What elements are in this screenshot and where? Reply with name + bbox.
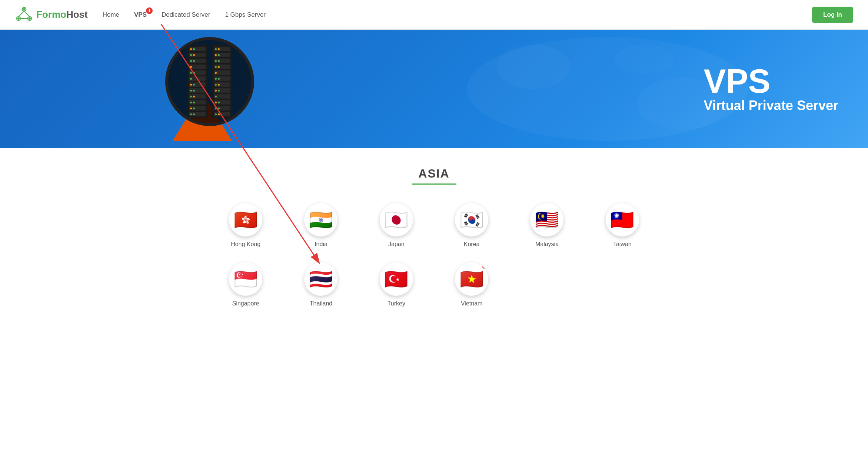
- country-grid: 🇭🇰 Hong Kong 🇮🇳 India 🇯🇵 Japan 🇰🇷 Korea …: [212, 203, 656, 307]
- country-name-taiwan: Taiwan: [613, 241, 632, 248]
- asia-section: ASIA 🇭🇰 Hong Kong 🇮🇳 India 🇯🇵 Japan 🇰🇷 K…: [0, 148, 868, 325]
- logo-text: FormoHost: [36, 9, 88, 20]
- login-button[interactable]: Log In: [812, 7, 853, 23]
- svg-line-3: [19, 11, 24, 17]
- nav-links: Home VPS 1 Dedicated Server 1 Gbps Serve…: [103, 11, 812, 19]
- nav-home[interactable]: Home: [103, 11, 119, 19]
- svg-point-10: [496, 44, 571, 89]
- country-malaysia[interactable]: 🇲🇾 Malaysia: [513, 203, 581, 248]
- svg-point-7: [17, 17, 20, 20]
- country-name-korea: Korea: [464, 241, 480, 248]
- server-rack: [187, 45, 232, 118]
- hero-text: VPS Virtual Private Server: [704, 64, 838, 113]
- hero-subtitle: Virtual Private Server: [704, 98, 838, 113]
- navbar: FormoHost Home VPS 1 Dedicated Server 1 …: [0, 0, 868, 30]
- country-thailand[interactable]: 🇹🇭 Thailand: [287, 262, 355, 307]
- country-vietnam[interactable]: 🇻🇳 2 Vietnam: [438, 262, 505, 307]
- country-korea[interactable]: 🇰🇷 Korea: [438, 203, 505, 248]
- country-singapore[interactable]: 🇸🇬 Singapore: [212, 262, 280, 307]
- flag-korea: 🇰🇷: [455, 203, 488, 236]
- vietnam-badge: 2: [482, 262, 488, 269]
- country-turkey[interactable]: 🇹🇷 Turkey: [362, 262, 430, 307]
- country-name-thailand: Thailand: [310, 300, 332, 307]
- logo[interactable]: FormoHost: [15, 6, 88, 24]
- country-india[interactable]: 🇮🇳 India: [287, 203, 355, 248]
- page-wrapper: FormoHost Home VPS 1 Dedicated Server 1 …: [0, 0, 868, 325]
- flag-turkey: 🇹🇷: [380, 262, 413, 296]
- section-underline: [412, 183, 456, 185]
- svg-point-12: [615, 44, 674, 74]
- svg-point-6: [23, 8, 25, 10]
- country-japan[interactable]: 🇯🇵 Japan: [362, 203, 430, 248]
- flag-thailand: 🇹🇭: [304, 262, 337, 296]
- country-taiwan[interactable]: 🇹🇼 Taiwan: [588, 203, 656, 248]
- flag-japan: 🇯🇵: [380, 203, 413, 236]
- magnifier-circle: [165, 37, 254, 126]
- country-name-vietnam: Vietnam: [461, 300, 482, 307]
- flag-india: 🇮🇳: [304, 203, 337, 236]
- flag-hong-kong: 🇭🇰: [229, 203, 262, 236]
- svg-line-4: [24, 11, 30, 17]
- section-title: ASIA: [30, 167, 838, 181]
- hero-server-area: [0, 30, 434, 148]
- country-name-japan: Japan: [388, 241, 405, 248]
- country-name-turkey: Turkey: [388, 300, 405, 307]
- svg-point-8: [29, 17, 31, 20]
- country-name-india: India: [315, 241, 327, 248]
- nav-1gbps-server[interactable]: 1 Gbps Server: [225, 11, 266, 19]
- logo-icon: [15, 6, 33, 24]
- hero-title: VPS: [704, 64, 838, 98]
- flag-malaysia: 🇲🇾: [530, 203, 563, 236]
- country-hong-kong[interactable]: 🇭🇰 Hong Kong: [212, 203, 280, 248]
- country-name-hong-kong: Hong Kong: [231, 241, 260, 248]
- flag-singapore: 🇸🇬: [229, 262, 262, 296]
- vps-badge: 1: [146, 7, 153, 14]
- country-name-singapore: Singapore: [232, 300, 259, 307]
- nav-dedicated-server[interactable]: Dedicated Server: [162, 11, 210, 19]
- hero-banner: VPS Virtual Private Server: [0, 30, 868, 148]
- flag-taiwan: 🇹🇼: [606, 203, 639, 236]
- flag-vietnam: 🇻🇳 2: [455, 262, 488, 296]
- nav-vps[interactable]: VPS 1: [134, 11, 147, 19]
- country-name-malaysia: Malaysia: [535, 241, 559, 248]
